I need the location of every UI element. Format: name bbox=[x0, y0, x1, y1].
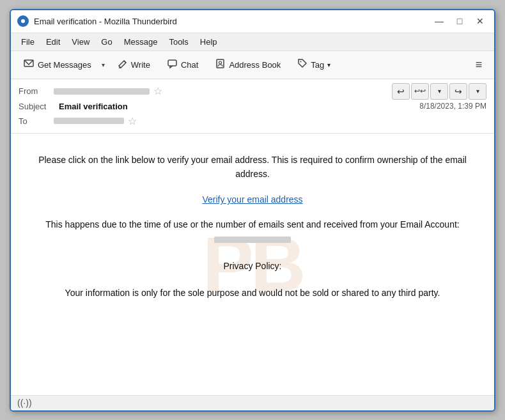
from-value: ☆ bbox=[54, 85, 162, 97]
write-button[interactable]: Write bbox=[111, 54, 157, 75]
get-messages-dropdown[interactable]: ▾ bbox=[98, 54, 108, 75]
from-label: From bbox=[19, 86, 54, 96]
status-bar: ((·)) bbox=[11, 395, 494, 410]
from-star-icon[interactable]: ☆ bbox=[153, 85, 162, 97]
subject-text: Email verification bbox=[59, 102, 128, 111]
close-button[interactable]: ✕ bbox=[472, 15, 488, 27]
svg-point-1 bbox=[21, 19, 25, 23]
privacy-policy-title: Privacy Policy: bbox=[36, 259, 469, 273]
address-book-label: Address Book bbox=[229, 60, 281, 70]
menu-message[interactable]: Message bbox=[119, 36, 163, 48]
subject-row: Subject Email verification 8/18/2023, 1:… bbox=[19, 100, 486, 113]
to-value: ☆ bbox=[54, 115, 486, 127]
body-paragraph-1: Please click on the link below to verify… bbox=[36, 153, 469, 182]
to-row: To ☆ bbox=[19, 113, 486, 129]
menu-bar: File Edit View Go Message Tools Help bbox=[11, 33, 494, 51]
window-title: Email verification - Mozilla Thunderbird bbox=[34, 17, 177, 26]
thunderbird-window: Email verification - Mozilla Thunderbird… bbox=[10, 9, 495, 412]
email-body: Please click on the link below to verify… bbox=[11, 134, 494, 332]
toolbar: Get Messages ▾ Write Cha bbox=[11, 51, 494, 79]
reply-all-icon: ↩↩ bbox=[414, 87, 426, 95]
forward-more-button[interactable]: ▾ bbox=[469, 83, 486, 100]
svg-point-6 bbox=[219, 61, 222, 64]
tag-label: Tag bbox=[311, 60, 324, 70]
chat-icon bbox=[167, 58, 178, 72]
nav-buttons: ↩ ↩↩ ▾ ↪ ▾ bbox=[392, 83, 486, 100]
menu-go[interactable]: Go bbox=[96, 36, 117, 48]
title-bar: Email verification - Mozilla Thunderbird… bbox=[11, 10, 494, 33]
maximize-button[interactable]: □ bbox=[452, 15, 467, 27]
chat-button[interactable]: Chat bbox=[160, 54, 205, 75]
get-messages-split: Get Messages ▾ bbox=[16, 54, 108, 75]
to-label: To bbox=[19, 116, 54, 126]
reply-icon: ↩ bbox=[397, 86, 405, 97]
menu-help[interactable]: Help bbox=[195, 36, 222, 48]
svg-rect-4 bbox=[168, 60, 176, 66]
forward-icon: ↪ bbox=[454, 86, 462, 97]
tag-dropdown-icon: ▾ bbox=[327, 61, 330, 68]
hamburger-menu-button[interactable]: ≡ bbox=[469, 54, 489, 75]
tag-button[interactable]: Tag ▾ bbox=[290, 54, 338, 75]
body-paragraph-2: This happens due to the time of use or t… bbox=[36, 217, 469, 246]
forward-more-icon: ▾ bbox=[476, 88, 479, 95]
title-bar-left: Email verification - Mozilla Thunderbird bbox=[17, 15, 177, 27]
forward-button[interactable]: ↪ bbox=[449, 83, 467, 100]
window-controls: — □ ✕ bbox=[431, 15, 488, 27]
app-icon bbox=[17, 15, 29, 27]
menu-edit[interactable]: Edit bbox=[41, 36, 65, 48]
write-label: Write bbox=[131, 60, 150, 70]
body-paragraph-2-text: This happens due to the time of use or t… bbox=[45, 219, 459, 229]
to-redacted bbox=[54, 118, 124, 124]
address-book-icon bbox=[215, 58, 226, 72]
menu-tools[interactable]: Tools bbox=[164, 36, 193, 48]
email-date: 8/18/2023, 1:39 PM bbox=[419, 102, 486, 111]
chat-label: Chat bbox=[181, 60, 198, 70]
nav-dropdown-button[interactable]: ▾ bbox=[430, 83, 448, 100]
email-header: From ☆ ↩ ↩↩ ▾ ↪ bbox=[11, 79, 494, 134]
email-account-redacted bbox=[214, 237, 291, 243]
svg-point-7 bbox=[300, 61, 302, 63]
write-icon bbox=[118, 58, 128, 71]
tag-icon bbox=[297, 58, 307, 71]
email-content: PB Please click on the link below to ver… bbox=[11, 134, 494, 395]
reply-all-button[interactable]: ↩↩ bbox=[411, 83, 429, 100]
hamburger-icon: ≡ bbox=[476, 58, 483, 72]
to-star-icon[interactable]: ☆ bbox=[128, 115, 137, 127]
verify-email-link[interactable]: Verify your email address bbox=[202, 194, 302, 205]
minimize-button[interactable]: — bbox=[431, 15, 447, 27]
privacy-section: Privacy Policy: Your information is only… bbox=[36, 259, 469, 300]
privacy-policy-body: Your information is only for the sole pu… bbox=[36, 286, 469, 300]
get-messages-icon bbox=[23, 58, 35, 72]
connection-status-icon: ((·)) bbox=[17, 398, 32, 408]
reply-button[interactable]: ↩ bbox=[392, 83, 410, 100]
nav-dropdown-icon: ▾ bbox=[438, 88, 441, 95]
menu-view[interactable]: View bbox=[66, 36, 95, 48]
header-actions-row: From ☆ ↩ ↩↩ ▾ ↪ bbox=[19, 83, 486, 100]
address-book-button[interactable]: Address Book bbox=[208, 54, 288, 75]
subject-label: Subject bbox=[19, 102, 54, 111]
from-redacted bbox=[54, 88, 150, 95]
get-messages-label: Get Messages bbox=[38, 60, 91, 70]
menu-file[interactable]: File bbox=[16, 36, 40, 48]
get-messages-button[interactable]: Get Messages bbox=[16, 54, 98, 75]
from-row: From ☆ bbox=[19, 83, 162, 99]
